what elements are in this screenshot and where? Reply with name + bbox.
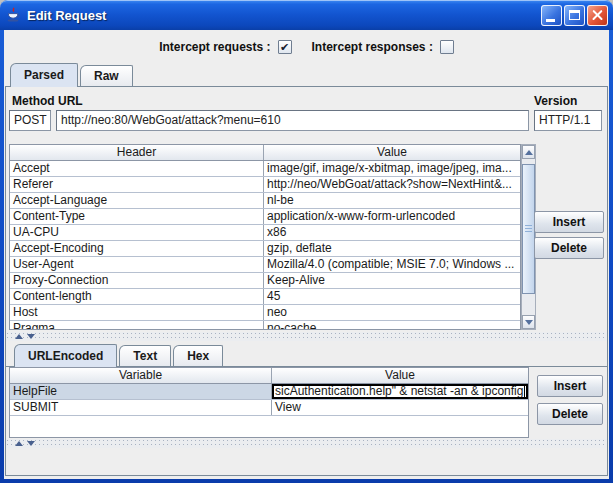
tab-raw[interactable]: Raw (80, 65, 133, 86)
header-name-cell[interactable]: Referer (10, 177, 264, 192)
header-name-cell[interactable]: Accept-Encoding (10, 241, 264, 256)
maximize-button[interactable] (564, 5, 585, 26)
params-insert-button[interactable]: Insert (537, 375, 603, 397)
table-row[interactable]: HelpFile sicAuthentication.help" & netst… (10, 384, 528, 400)
collapse-down-icon[interactable] (27, 441, 35, 446)
table-row[interactable]: Refererhttp://neo/WebGoat/attack?show=Ne… (10, 177, 520, 193)
params-delete-button[interactable]: Delete (537, 403, 603, 425)
titlebar[interactable]: Edit Request (0, 0, 613, 30)
cell-editor-input[interactable]: sicAuthentication.help" & netstat -an & … (272, 384, 528, 399)
param-value-cell[interactable]: View (272, 400, 528, 415)
body-tabstrip: URLEncoded Text Hex (6, 343, 607, 367)
params-table-header: Variable Value (10, 368, 528, 384)
header-value-cell[interactable]: gzip, deflate (264, 241, 520, 256)
method-label: Method (12, 94, 55, 108)
intercept-responses-label: Intercept responses : (312, 40, 433, 54)
collapse-down-icon[interactable] (27, 334, 35, 339)
header-value-cell[interactable]: nl-be (264, 193, 520, 208)
tab-parsed[interactable]: Parsed (10, 63, 78, 87)
main-tabstrip: Parsed Raw (10, 63, 133, 87)
header-name-cell[interactable]: Content-length (10, 289, 264, 304)
params-table: Variable Value HelpFile sicAuthenticatio… (9, 367, 529, 438)
header-value-cell[interactable]: 45 (264, 289, 520, 304)
intercept-options-row: Intercept requests : ✔ Intercept respons… (4, 35, 609, 59)
version-field[interactable]: HTTP/1.1 (534, 110, 602, 131)
table-row[interactable]: Accept-Languagenl-be (10, 193, 520, 209)
intercept-requests-checkbox[interactable]: ✔ (278, 40, 292, 54)
version-label: Version (534, 94, 577, 108)
collapse-up-icon[interactable] (15, 441, 23, 446)
tab-urlencoded[interactable]: URLEncoded (14, 344, 117, 367)
table-row[interactable]: Content-length45 (10, 289, 520, 305)
param-value-cell[interactable]: sicAuthentication.help" & netstat -an & … (272, 384, 528, 399)
window-title: Edit Request (27, 8, 541, 23)
headers-table: Header Value Acceptimage/gif, image/x-xb… (9, 144, 521, 330)
header-value-cell[interactable]: image/gif, image/x-xbitmap, image/jpeg, … (264, 161, 520, 176)
table-row[interactable]: User-AgentMozilla/4.0 (compatible; MSIE … (10, 257, 520, 273)
column-header-header[interactable]: Header (10, 145, 264, 160)
header-value-cell[interactable]: neo (264, 305, 520, 320)
splitter-divider[interactable] (6, 439, 607, 448)
header-value-cell[interactable]: application/x-www-form-urlencoded (264, 209, 520, 224)
edit-request-window: Edit Request Intercept requests : ✔ Inte… (0, 0, 613, 483)
header-value-cell[interactable]: Keep-Alive (264, 273, 520, 288)
header-name-cell[interactable]: Host (10, 305, 264, 320)
table-row[interactable]: Content-Typeapplication/x-www-form-urlen… (10, 209, 520, 225)
parsed-tab-panel: Method URL Version POST http://neo:80/We… (5, 86, 608, 476)
header-name-cell[interactable]: User-Agent (10, 257, 264, 272)
url-label: URL (58, 94, 83, 108)
header-name-cell[interactable]: Pragma (10, 321, 264, 330)
column-header-variable[interactable]: Variable (10, 368, 272, 383)
collapse-up-icon[interactable] (15, 334, 23, 339)
check-icon: ✔ (280, 42, 289, 53)
column-header-value[interactable]: Value (264, 145, 520, 160)
column-header-value[interactable]: Value (272, 368, 528, 383)
param-variable-cell[interactable]: HelpFile (10, 384, 272, 399)
close-button[interactable] (587, 5, 608, 26)
intercept-responses-checkbox[interactable] (440, 40, 454, 54)
header-name-cell[interactable]: Proxy-Connection (10, 273, 264, 288)
text-caret (524, 386, 525, 398)
table-row[interactable]: Acceptimage/gif, image/x-xbitmap, image/… (10, 161, 520, 177)
java-cup-icon (5, 7, 22, 24)
table-row[interactable]: SUBMIT View (10, 400, 528, 416)
header-name-cell[interactable]: Accept (10, 161, 264, 176)
scroll-up-icon[interactable] (522, 145, 535, 159)
headers-delete-button[interactable]: Delete (534, 237, 604, 259)
headers-insert-button[interactable]: Insert (534, 211, 604, 233)
table-row[interactable]: UA-CPUx86 (10, 225, 520, 241)
tab-hex[interactable]: Hex (173, 345, 223, 366)
header-value-cell[interactable]: x86 (264, 225, 520, 240)
intercept-requests-label: Intercept requests : (159, 40, 270, 54)
header-name-cell[interactable]: Content-Type (10, 209, 264, 224)
table-row[interactable]: Proxy-ConnectionKeep-Alive (10, 273, 520, 289)
scroll-down-icon[interactable] (522, 315, 535, 329)
table-row[interactable]: Accept-Encodinggzip, deflate (10, 241, 520, 257)
method-field[interactable]: POST (9, 110, 51, 131)
param-variable-cell[interactable]: SUBMIT (10, 400, 272, 415)
header-value-cell[interactable]: no-cache (264, 321, 520, 330)
headers-table-header: Header Value (10, 145, 520, 161)
window-content: Intercept requests : ✔ Intercept respons… (4, 30, 609, 479)
splitter-divider[interactable] (6, 332, 607, 341)
header-name-cell[interactable]: Accept-Language (10, 193, 264, 208)
minimize-button[interactable] (541, 5, 562, 26)
table-row[interactable]: Hostneo (10, 305, 520, 321)
url-field[interactable]: http://neo:80/WebGoat/attack?menu=610 (56, 110, 529, 131)
tab-text[interactable]: Text (119, 345, 171, 366)
table-row[interactable]: Pragmano-cache (10, 321, 520, 330)
header-name-cell[interactable]: UA-CPU (10, 225, 264, 240)
header-value-cell[interactable]: http://neo/WebGoat/attack?show=NextHint&… (264, 177, 520, 192)
header-value-cell[interactable]: Mozilla/4.0 (compatible; MSIE 7.0; Windo… (264, 257, 520, 272)
